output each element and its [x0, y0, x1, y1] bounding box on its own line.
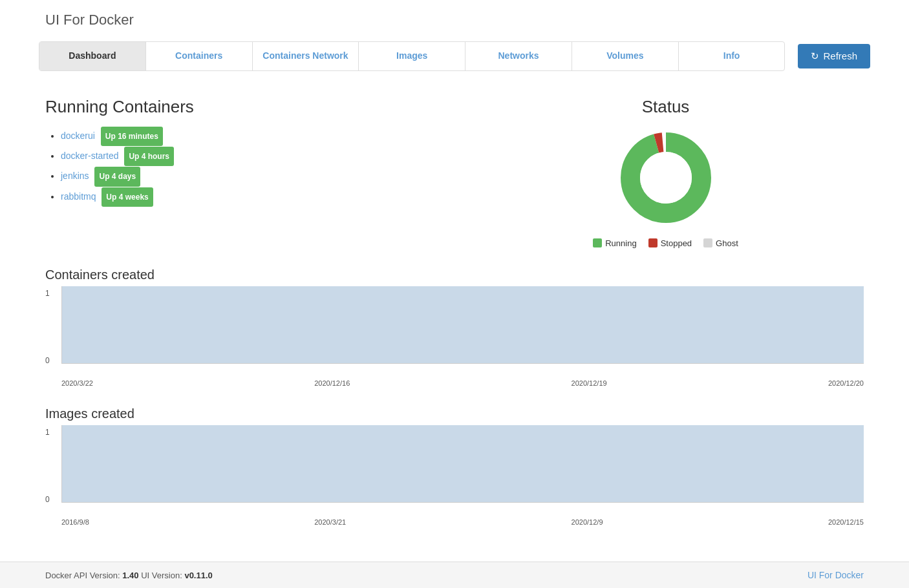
main-nav: Dashboard Containers Containers Network … [39, 41, 785, 71]
legend-ghost-box [703, 238, 712, 247]
tab-volumes[interactable]: Volumes [572, 42, 679, 70]
tab-images[interactable]: Images [359, 42, 465, 70]
tab-dashboard[interactable]: Dashboard [39, 42, 146, 70]
footer-version-info: Docker API Version: 1.40 UI Version: v0.… [45, 571, 213, 580]
containers-chart-bars [61, 286, 864, 364]
docker-api-label: Docker API Version: [45, 571, 120, 580]
container-badge-dockerui: Up 16 minutes [101, 127, 163, 146]
donut-chart [467, 126, 864, 229]
x-label-img-0: 2016/9/8 [61, 518, 89, 526]
container-link-docker-started[interactable]: docker-started [61, 151, 118, 161]
list-item: jenkins Up 4 days [61, 166, 442, 186]
images-chart-bars [61, 425, 864, 503]
images-chart-section: Images created 1 0 2016/9/8 2020/3/21 20… [45, 406, 864, 526]
container-list: dockerui Up 16 minutes docker-started Up… [45, 126, 442, 207]
containers-chart-section: Containers created 1 0 2020/3/22 2020/12… [45, 268, 864, 387]
images-chart-y-max: 1 [45, 428, 50, 437]
legend-stopped-label: Stopped [661, 238, 692, 248]
container-link-jenkins[interactable]: jenkins [61, 171, 89, 181]
container-badge-rabbitmq: Up 4 weeks [102, 187, 153, 207]
chart-legend: Running Stopped Ghost [467, 238, 864, 248]
legend-stopped: Stopped [648, 238, 692, 248]
x-label-3: 2020/12/20 [828, 379, 864, 387]
x-label-img-2: 2020/12/9 [572, 518, 603, 526]
svg-point-2 [640, 152, 692, 204]
legend-ghost-label: Ghost [716, 238, 738, 248]
images-chart-x-labels: 2016/9/8 2020/3/21 2020/12/9 2020/12/15 [61, 518, 864, 526]
status-title: Status [467, 97, 864, 117]
legend-stopped-box [648, 238, 658, 247]
list-item: dockerui Up 16 minutes [61, 126, 442, 146]
images-chart-fill [62, 425, 864, 502]
footer: Docker API Version: 1.40 UI Version: v0.… [0, 562, 909, 588]
tab-containers-network[interactable]: Containers Network [253, 42, 359, 70]
legend-ghost: Ghost [703, 238, 738, 248]
x-label-0: 2020/3/22 [61, 379, 93, 387]
tab-containers[interactable]: Containers [146, 42, 253, 70]
x-label-1: 2020/12/16 [314, 379, 350, 387]
running-containers-title: Running Containers [45, 97, 442, 117]
running-containers-panel: Running Containers dockerui Up 16 minute… [45, 97, 442, 248]
containers-chart-area: 1 0 [45, 286, 864, 377]
container-badge-docker-started: Up 4 hours [124, 147, 174, 166]
containers-chart-y-min: 0 [45, 356, 50, 365]
images-chart-title: Images created [45, 406, 864, 421]
list-item: docker-started Up 4 hours [61, 146, 442, 166]
containers-chart-y-max: 1 [45, 289, 50, 298]
list-item: rabbitmq Up 4 weeks [61, 187, 442, 207]
x-label-img-3: 2020/12/15 [828, 518, 864, 526]
footer-brand: UI For Docker [807, 570, 864, 580]
container-link-rabbitmq[interactable]: rabbitmq [61, 191, 96, 202]
containers-chart-fill [62, 286, 864, 363]
container-badge-jenkins: Up 4 days [94, 167, 140, 186]
images-chart-y-min: 0 [45, 495, 50, 504]
refresh-button[interactable]: ↻ Refresh [798, 44, 870, 68]
containers-chart-title: Containers created [45, 268, 864, 282]
docker-api-version: 1.40 [122, 571, 138, 580]
x-label-2: 2020/12/19 [572, 379, 607, 387]
container-link-dockerui[interactable]: dockerui [61, 131, 95, 141]
status-panel: Status Running Stopped [467, 97, 864, 248]
x-label-img-1: 2020/3/21 [314, 518, 346, 526]
tab-info[interactable]: Info [679, 42, 785, 70]
refresh-icon: ↻ [811, 50, 819, 62]
tab-networks[interactable]: Networks [465, 42, 572, 70]
legend-running: Running [593, 238, 636, 248]
ui-version-value: v0.11.0 [184, 571, 212, 580]
legend-running-box [593, 238, 602, 247]
ui-version-label: UI Version: [141, 571, 184, 580]
app-title: UI For Docker [0, 0, 909, 35]
containers-chart-x-labels: 2020/3/22 2020/12/16 2020/12/19 2020/12/… [61, 379, 864, 387]
images-chart-area: 1 0 [45, 425, 864, 516]
legend-running-label: Running [605, 238, 636, 248]
refresh-label: Refresh [823, 50, 857, 61]
